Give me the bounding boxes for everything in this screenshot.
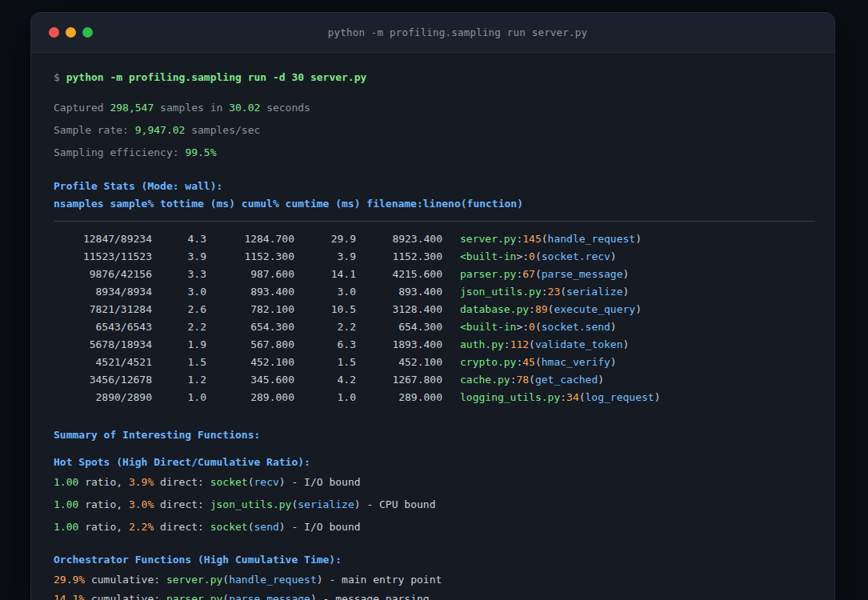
cell-function-ref: logging_utils.py:34(log_request)	[460, 389, 660, 406]
text-segment: Sample rate:	[54, 124, 135, 136]
cell-nsamples: 3456/12678	[54, 371, 152, 389]
text-segment: - CPU bound	[361, 498, 436, 510]
text-segment: logging_utils.py	[460, 391, 560, 403]
cell-sample_pct: 3.3	[152, 266, 206, 283]
text-segment: - I/O bound	[286, 521, 361, 533]
text-segment: :	[560, 391, 566, 403]
text-segment: 1.00	[54, 498, 78, 510]
text-segment: execute_query	[554, 303, 635, 315]
orchestrator-line: 14.1% cumulative: parser.py(parse_messag…	[54, 590, 815, 600]
cell-cumtime_ms: 1893.400	[356, 336, 442, 354]
cell-nsamples: 5678/18934	[54, 336, 152, 354]
cell-tottime_ms: 654.300	[206, 318, 294, 336]
cell-function-ref: <built-in>:0(socket.send)	[460, 318, 617, 336]
text-segment: )	[623, 286, 630, 298]
terminal-output: $ python -m profiling.sampling run -d 30…	[31, 53, 834, 600]
text-segment: parser.py	[166, 593, 222, 600]
text-segment: auth.py	[460, 338, 504, 350]
text-segment: samples in	[154, 102, 229, 114]
orchestrators-title: Orchestrator Functions (High Cumulative …	[54, 551, 815, 569]
text-segment: (	[535, 250, 542, 262]
cell-nsamples: 8934/8934	[54, 283, 152, 301]
text-segment: database.py	[460, 303, 529, 315]
text-segment: :	[504, 338, 510, 350]
cell-function-ref: parser.py:67(parse_message)	[460, 266, 629, 283]
capture-stats: Captured 298,547 samples in 30.02 second…	[54, 99, 815, 162]
text-segment: 1.00	[54, 521, 78, 533]
text-segment: )	[310, 593, 317, 600]
cell-tottime_ms: 893.400	[206, 283, 294, 301]
cell-function-ref: cache.py:78(get_cached)	[460, 371, 604, 389]
text-segment: 3.9%	[129, 476, 154, 488]
cell-tottime_ms: 987.600	[206, 266, 294, 283]
text-segment: seconds	[260, 102, 310, 114]
cell-sample_pct: 3.0	[152, 283, 206, 301]
text-segment: direct:	[154, 521, 210, 533]
table-row: 6543/65432.2654.3002.2654.300<built-in>:…	[54, 318, 815, 336]
minimize-button[interactable]	[66, 27, 76, 38]
text-segment: server.py	[166, 574, 222, 586]
summary-title: Summary of Interesting Functions:	[54, 426, 815, 444]
text-segment: Sampling efficiency:	[54, 146, 185, 158]
text-segment: >:	[516, 321, 529, 333]
cell-nsamples: 9876/42156	[54, 266, 152, 283]
text-segment: (	[222, 574, 229, 586]
window-controls	[49, 13, 93, 52]
orchestrator-list: 29.9% cumulative: server.py(handle_reque…	[54, 571, 815, 600]
cell-cumtime_ms: 3128.400	[356, 301, 442, 318]
text-segment: 298,547	[110, 102, 154, 114]
text-segment: )	[598, 374, 604, 386]
table-row: 8934/89343.0893.4003.0893.400json_utils.…	[54, 283, 815, 301]
text-segment: handle_request	[229, 574, 317, 586]
cell-cumtime_ms: 8923.400	[356, 230, 442, 248]
text-segment: (	[529, 338, 535, 350]
text-segment: json_utils.py	[460, 286, 542, 298]
cell-tottime_ms: 289.000	[206, 389, 294, 406]
hotspot-line: 1.00 ratio, 2.2% direct: socket(send) - …	[54, 518, 815, 536]
hotspot-list: 1.00 ratio, 3.9% direct: socket(recv) - …	[54, 474, 815, 536]
text-segment: socket	[210, 521, 248, 533]
cell-cumtime_ms: 654.300	[356, 318, 442, 336]
text-segment: cumulative:	[85, 574, 166, 586]
cell-sample_pct: 1.0	[152, 389, 206, 406]
text-segment: 112	[510, 338, 529, 350]
cell-sample_pct: 2.6	[152, 301, 206, 318]
text-segment: )	[354, 498, 361, 510]
text-segment: parser.py	[460, 268, 516, 280]
cell-sample_pct: 1.9	[152, 336, 206, 354]
text-segment: cumulative:	[85, 593, 166, 600]
text-segment: crypto.py	[460, 356, 516, 368]
text-segment: server.py	[460, 233, 516, 245]
cell-tottime_ms: 452.100	[206, 354, 294, 371]
text-segment: (	[542, 233, 548, 245]
text-segment: )	[635, 233, 642, 245]
zoom-button[interactable]	[82, 27, 93, 38]
cell-sample_pct: 3.9	[152, 248, 206, 266]
cell-cumul_pct: 3.9	[294, 248, 356, 266]
text-segment: direct:	[154, 498, 210, 510]
cell-nsamples: 12847/89234	[54, 230, 152, 248]
table-divider	[54, 221, 815, 222]
cell-sample_pct: 2.2	[152, 318, 206, 336]
text-segment: 34	[566, 391, 579, 403]
hotspots-title: Hot Spots (High Direct/Cumulative Ratio)…	[54, 454, 815, 471]
text-segment: serialize	[298, 498, 354, 510]
cell-tottime_ms: 1152.300	[206, 248, 294, 266]
cell-sample_pct: 1.2	[152, 371, 206, 389]
text-segment: parse_message	[229, 593, 310, 600]
text-segment: 0	[529, 250, 535, 262]
cell-function-ref: json_utils.py:23(serialize)	[460, 283, 629, 301]
close-button[interactable]	[49, 27, 59, 38]
text-segment: (	[535, 268, 542, 280]
text-segment: 45	[522, 356, 535, 368]
table-row: 7821/312842.6782.10010.53128.400database…	[54, 301, 815, 318]
text-segment: )	[279, 521, 286, 533]
text-segment: 9,947.02	[135, 124, 186, 136]
cell-cumtime_ms: 289.000	[356, 389, 442, 406]
text-segment: ratio,	[78, 476, 129, 488]
text-segment: )	[610, 321, 617, 333]
cell-function-ref: database.py:89(execute_query)	[460, 301, 642, 318]
cell-tottime_ms: 782.100	[206, 301, 294, 318]
profile-table: 12847/892344.31284.70029.98923.400server…	[54, 230, 815, 406]
capture-stat-line: Sampling efficiency: 99.5%	[54, 144, 815, 162]
